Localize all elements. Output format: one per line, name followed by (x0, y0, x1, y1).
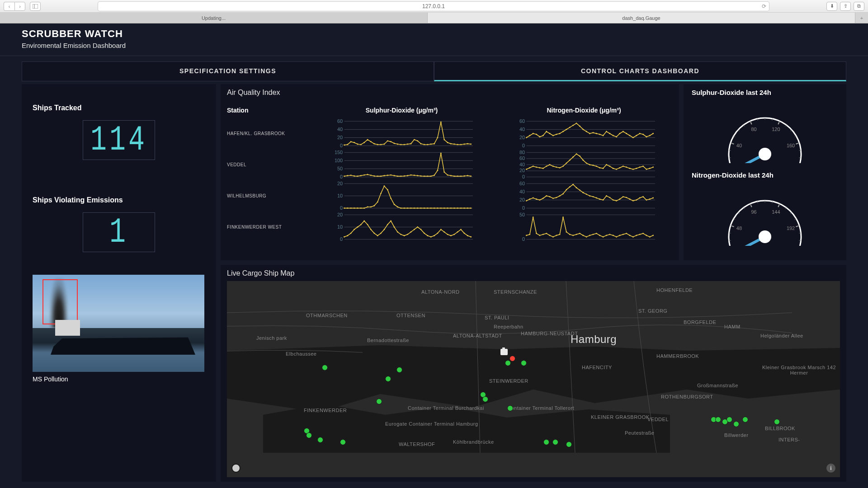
svg-point-236 (470, 207, 472, 209)
svg-point-19 (373, 143, 375, 145)
svg-point-118 (390, 174, 392, 176)
svg-text:96: 96 (751, 209, 756, 215)
ship-marker[interactable] (733, 421, 739, 427)
ship-marker[interactable] (385, 376, 391, 382)
svg-point-13 (354, 142, 355, 143)
svg-text:40: 40 (337, 127, 343, 132)
svg-point-202 (357, 207, 359, 209)
svg-point-63 (546, 131, 547, 132)
svg-point-64 (549, 133, 551, 134)
svg-point-186 (636, 168, 637, 169)
sparkline-chart[interactable]: 0204060 (495, 119, 673, 148)
svg-point-90 (636, 135, 637, 136)
sparkline-chart[interactable]: 050100150 (313, 150, 491, 179)
svg-point-176 (603, 168, 604, 169)
svg-point-29 (407, 144, 408, 145)
svg-text:0: 0 (340, 174, 343, 179)
svg-point-39 (440, 122, 442, 123)
svg-text:60: 60 (337, 119, 343, 124)
sparkline-chart[interactable]: 050 (495, 213, 673, 241)
ship-marker[interactable] (376, 399, 382, 404)
tabs-overview-icon[interactable]: ⧉ (854, 2, 864, 11)
svg-point-342 (556, 235, 557, 236)
ship-marker[interactable] (742, 417, 748, 422)
svg-point-93 (646, 136, 647, 137)
sparkline-chart[interactable]: 0204060 (495, 182, 673, 210)
ship-marker[interactable] (505, 360, 511, 366)
map-info-icon[interactable]: i (826, 464, 835, 473)
svg-point-124 (410, 174, 411, 176)
cargo-ship-map[interactable]: Hamburg i ALTONA-NORDSTERNSCHANZEHOHENFE… (227, 281, 840, 477)
ships-tracked-display: 114 (83, 120, 155, 160)
svg-point-276 (629, 198, 631, 200)
svg-point-328 (470, 236, 472, 238)
ship-marker[interactable] (715, 417, 721, 422)
ship-marker[interactable] (726, 417, 732, 422)
svg-point-214 (397, 206, 398, 208)
svg-point-325 (460, 229, 462, 230)
browser-tab-1[interactable]: dash_daq.Gauge (428, 13, 855, 23)
ship-marker[interactable] (774, 419, 780, 425)
svg-point-18 (370, 141, 372, 142)
ship-marker[interactable] (543, 439, 549, 445)
svg-point-222 (424, 207, 425, 209)
sparkline-chart[interactable]: 020406080 (495, 150, 673, 179)
tab-specification-settings[interactable]: SPECIFICATION SETTINGS (22, 61, 434, 81)
svg-text:40: 40 (736, 143, 742, 148)
ship-marker[interactable] (317, 437, 323, 443)
svg-text:144: 144 (772, 209, 780, 215)
svg-point-216 (404, 207, 405, 209)
ship-marker[interactable] (322, 365, 328, 371)
svg-point-304 (390, 221, 392, 222)
svg-point-58 (529, 135, 530, 136)
svg-point-206 (370, 206, 372, 208)
ship-marker[interactable] (396, 367, 402, 373)
svg-point-187 (639, 167, 641, 168)
svg-point-317 (434, 235, 435, 236)
back-button[interactable]: ‹ (4, 2, 14, 11)
svg-text:60: 60 (519, 182, 525, 186)
ship-marker[interactable] (566, 441, 572, 447)
tab-control-charts[interactable]: CONTROL CHARTS DASHBOARD (434, 61, 846, 81)
svg-point-83 (613, 135, 614, 136)
svg-point-133 (440, 153, 442, 154)
browser-tab-0[interactable]: Updating... (0, 13, 428, 23)
address-bar[interactable]: 127.0.0.1 ⟳ (98, 1, 769, 11)
sidebar-toggle-button[interactable] (30, 2, 41, 11)
ship-marker[interactable] (552, 439, 558, 445)
ship-marker[interactable] (340, 439, 346, 445)
svg-point-257 (566, 189, 567, 191)
ship-marker[interactable] (482, 396, 488, 402)
refresh-icon[interactable]: ⟳ (762, 3, 766, 9)
svg-text:120: 120 (772, 127, 780, 132)
ship-marker-violator[interactable] (509, 356, 515, 361)
svg-point-119 (394, 175, 395, 176)
sparkline-chart[interactable]: 01020 (313, 182, 491, 210)
sparkline-chart[interactable]: 0204060 (313, 119, 491, 148)
share-icon[interactable]: ⇪ (840, 2, 851, 11)
ship-marker[interactable] (507, 405, 513, 411)
svg-point-357 (606, 235, 607, 236)
downloads-icon[interactable]: ⬇ (826, 2, 837, 11)
new-tab-button[interactable]: + (855, 13, 868, 23)
svg-point-365 (632, 236, 634, 238)
forward-button[interactable]: › (14, 2, 25, 11)
svg-point-115 (380, 175, 382, 177)
svg-point-75 (586, 131, 587, 132)
air-quality-panel: Air Quality Index Station Sulphur-Dioxid… (221, 84, 679, 260)
svg-point-321 (447, 234, 448, 235)
svg-point-322 (450, 235, 452, 236)
svg-point-72 (576, 122, 577, 124)
ship-marker[interactable] (521, 360, 527, 366)
svg-point-315 (427, 235, 428, 236)
svg-point-300 (377, 235, 378, 236)
ship-marker[interactable] (306, 432, 312, 438)
svg-point-32 (417, 140, 418, 141)
svg-text:80: 80 (519, 150, 525, 155)
sparkline-chart[interactable]: 01020 (313, 213, 491, 241)
svg-point-110 (363, 174, 365, 176)
svg-point-71 (572, 125, 574, 126)
svg-point-205 (367, 206, 368, 208)
mapbox-logo-icon[interactable] (231, 464, 241, 473)
svg-point-302 (383, 229, 385, 230)
